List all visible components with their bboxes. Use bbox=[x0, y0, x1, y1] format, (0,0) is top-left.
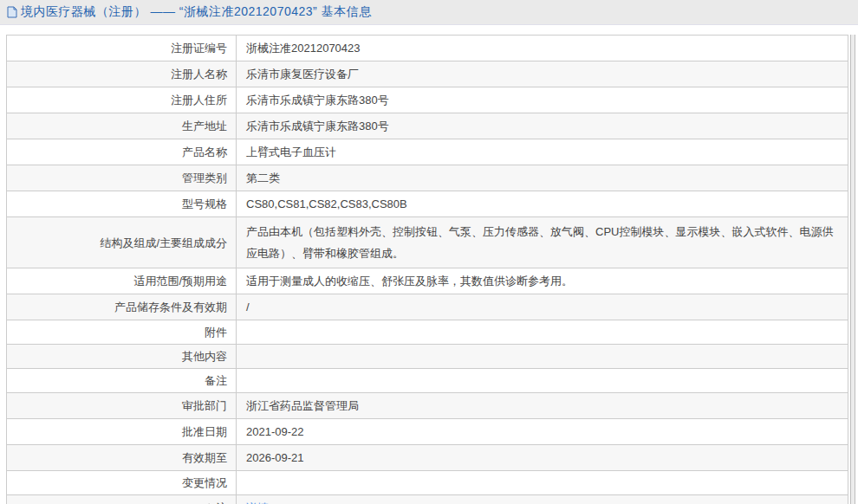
row-label: 注 bbox=[7, 495, 237, 504]
row-value bbox=[237, 353, 848, 360]
row-label-text: 变更情况 bbox=[182, 475, 227, 491]
row-label-text: 批准日期 bbox=[182, 423, 227, 440]
row-value: 乐清市乐成镇宁康东路380号 bbox=[237, 87, 848, 113]
row-label: 有效期至 bbox=[7, 445, 237, 470]
table-row: 生产地址 乐清市乐成镇宁康东路380号 bbox=[7, 113, 848, 139]
row-label-text: 结构及组成/主要组成成分 bbox=[100, 235, 227, 251]
row-label-text: 其他内容 bbox=[182, 348, 227, 365]
table-row: 其他内容 bbox=[7, 345, 848, 369]
document-icon bbox=[7, 6, 17, 18]
table-row: 型号规格 CS80,CS81,CS82,CS83,CS80B bbox=[7, 191, 848, 217]
registration-info-table: 注册证编号 浙械注准20212070423 注册人名称 乐清市康复医疗设备厂 注… bbox=[6, 35, 848, 504]
row-label: 注册人住所 bbox=[7, 87, 237, 113]
row-label: 注册证编号 bbox=[7, 36, 237, 61]
row-value: 适用于测量成人的收缩压、舒张压及脉率，其数值供诊断参考用。 bbox=[237, 268, 848, 294]
row-value: 2026-09-21 bbox=[237, 445, 848, 470]
page-title: 境内医疗器械（注册） —— “浙械注准20212070423” 基本信息 bbox=[21, 4, 372, 20]
table-row: 变更情况 bbox=[7, 471, 848, 495]
table-row: 产品储存条件及有效期 / bbox=[7, 294, 848, 320]
table-row: 注册人住所 乐清市乐成镇宁康东路380号 bbox=[7, 87, 848, 113]
row-value: 浙江省药品监督管理局 bbox=[237, 393, 848, 418]
table-row: 适用范围/预期用途 适用于测量成人的收缩压、舒张压及脉率，其数值供诊断参考用。 bbox=[7, 268, 848, 294]
row-value: CS80,CS81,CS82,CS83,CS80B bbox=[237, 191, 848, 216]
row-label-text: 备注 bbox=[205, 372, 227, 389]
table-row: 产品名称 上臂式电子血压计 bbox=[7, 139, 848, 165]
table-row: 结构及组成/主要组成成分 产品由本机（包括塑料外壳、控制按钮、气泵、压力传感器、… bbox=[7, 217, 848, 268]
table-row: 注 详情 bbox=[7, 495, 848, 504]
row-value: 上臂式电子血压计 bbox=[237, 139, 848, 165]
row-label-text: 附件 bbox=[205, 324, 227, 340]
row-label: 注册人名称 bbox=[7, 61, 237, 87]
row-label-text: 注 bbox=[216, 500, 227, 504]
row-label: 管理类别 bbox=[7, 165, 237, 191]
table-row: 注册证编号 浙械注准20212070423 bbox=[7, 36, 848, 61]
row-label: 型号规格 bbox=[7, 191, 237, 216]
row-value: 详情 bbox=[237, 495, 848, 504]
row-value: 乐清市康复医疗设备厂 bbox=[237, 61, 848, 87]
table-row: 有效期至 2026-09-21 bbox=[7, 445, 848, 471]
row-value: 乐清市乐成镇宁康东路380号 bbox=[237, 113, 848, 139]
row-label: 审批部门 bbox=[7, 393, 237, 418]
row-label-text: 产品名称 bbox=[182, 144, 227, 160]
table-row: 审批部门 浙江省药品监督管理局 bbox=[7, 393, 848, 419]
row-label-text: 注册人住所 bbox=[171, 92, 227, 108]
row-value: 第二类 bbox=[237, 165, 848, 191]
table-row: 注册人名称 乐清市康复医疗设备厂 bbox=[7, 61, 848, 87]
row-label-text: 注册人名称 bbox=[171, 66, 227, 82]
row-label: 附件 bbox=[7, 320, 237, 344]
row-value: / bbox=[237, 294, 848, 320]
row-label: 产品名称 bbox=[7, 139, 237, 165]
row-label: 产品储存条件及有效期 bbox=[7, 294, 237, 320]
row-label-text: 产品储存条件及有效期 bbox=[114, 299, 227, 315]
row-label-text: 适用范围/预期用途 bbox=[133, 273, 227, 289]
row-value: 2021-09-22 bbox=[237, 419, 848, 444]
header-bar: 境内医疗器械（注册） —— “浙械注准20212070423” 基本信息 bbox=[0, 0, 858, 25]
row-label: 结构及组成/主要组成成分 bbox=[7, 217, 237, 268]
table-row: 管理类别 第二类 bbox=[7, 165, 848, 191]
row-label-text: 管理类别 bbox=[182, 170, 227, 186]
row-label-text: 注册证编号 bbox=[171, 40, 227, 56]
table-row: 备注 bbox=[7, 369, 848, 393]
row-label-text: 审批部门 bbox=[182, 397, 227, 414]
row-label-text: 生产地址 bbox=[182, 118, 227, 134]
row-value bbox=[237, 378, 848, 384]
table-row: 批准日期 2021-09-22 bbox=[7, 419, 848, 445]
row-label: 适用范围/预期用途 bbox=[7, 268, 237, 294]
row-value: 产品由本机（包括塑料外壳、控制按钮、气泵、压力传感器、放气阀、CPU控制模块、显… bbox=[237, 217, 848, 268]
vertical-scrollbar[interactable] bbox=[850, 35, 855, 504]
row-label-text: 型号规格 bbox=[182, 196, 227, 212]
row-label: 批准日期 bbox=[7, 419, 237, 444]
row-label: 变更情况 bbox=[7, 471, 237, 494]
row-label: 其他内容 bbox=[7, 345, 237, 368]
row-label-text: 有效期至 bbox=[182, 449, 227, 466]
table-row: 附件 bbox=[7, 320, 848, 345]
row-value: 浙械注准20212070423 bbox=[237, 36, 848, 61]
row-value bbox=[237, 329, 848, 336]
row-value bbox=[237, 480, 848, 487]
row-label: 生产地址 bbox=[7, 113, 237, 139]
row-label: 备注 bbox=[7, 369, 237, 392]
